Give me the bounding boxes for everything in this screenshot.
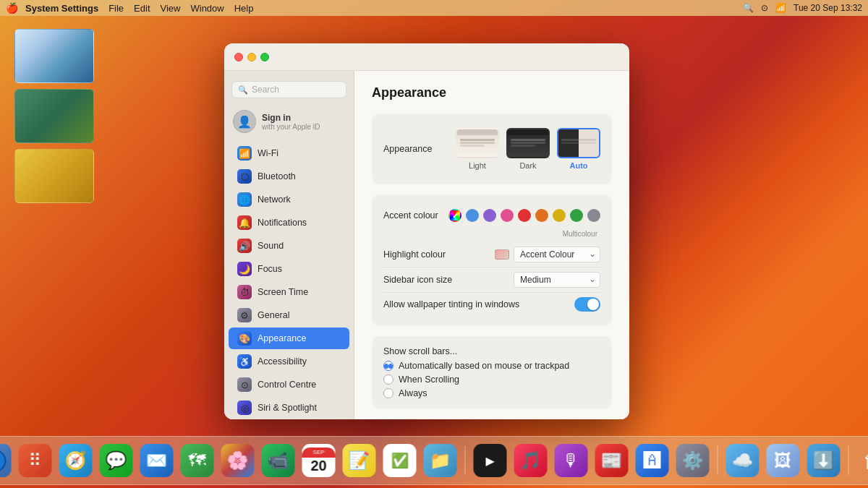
search-input[interactable] <box>252 85 340 95</box>
finder-icon: 🔵 <box>0 444 12 477</box>
cloud-icon: ☁️ <box>726 444 760 477</box>
wallpaper-tinting-label: Allow wallpaper tinting in windows <box>383 299 519 309</box>
dock-notes[interactable]: 📝 <box>341 442 378 479</box>
scroll-auto-option[interactable]: Automatically based on mouse or trackpad <box>383 361 600 371</box>
menubar-app-name[interactable]: System Settings <box>25 3 98 14</box>
menubar-edit[interactable]: Edit <box>134 3 150 14</box>
close-button[interactable] <box>234 53 243 61</box>
dock-maps[interactable]: 🗺 <box>179 442 216 479</box>
appearance-light[interactable]: Light <box>456 128 499 170</box>
wallpaper-tinting-toggle[interactable] <box>574 297 600 312</box>
scroll-scrolling-option[interactable]: When Scrolling <box>383 374 600 385</box>
sidebar-item-network[interactable]: 🌐 Network <box>229 189 349 210</box>
general-icon: ⚙ <box>237 308 252 322</box>
accent-section: Accent colour <box>372 194 612 326</box>
user-sub: with your Apple ID <box>262 123 320 131</box>
scroll-bars-options: Automatically based on mouse or trackpad… <box>383 361 600 398</box>
dock-podcasts[interactable]: 🎙 <box>553 442 590 479</box>
settings-icon: ⚙️ <box>676 444 710 477</box>
appstore-icon: 🅰 <box>636 444 669 477</box>
dock-appletv[interactable]: ▶ <box>472 442 509 479</box>
menubar-help[interactable]: Help <box>234 3 254 14</box>
scroll-always-option[interactable]: Always <box>383 388 600 398</box>
dock-reminders[interactable]: ✅ <box>381 442 419 479</box>
sidebar-icon-size-wrapper[interactable]: Medium <box>514 272 600 288</box>
desktop-thumb-2[interactable] <box>14 89 94 143</box>
scroll-always-radio[interactable] <box>383 388 393 398</box>
menubar-window[interactable]: Window <box>190 3 224 14</box>
dock-calendar[interactable]: SEP 20 <box>300 442 338 479</box>
highlight-colour-select[interactable]: Accent Colour <box>514 247 600 262</box>
appearance-section: Appearance Light <box>372 114 612 184</box>
dock-facetime[interactable]: 📹 <box>260 442 297 479</box>
facetime-icon: 📹 <box>262 444 295 477</box>
sidebar-item-general[interactable]: ⚙ General <box>229 304 349 326</box>
accent-orange[interactable] <box>535 209 548 222</box>
sidebar-item-appearance[interactable]: 🎨 Appearance <box>229 328 349 349</box>
dock-music[interactable]: 🎵 <box>512 442 550 479</box>
menubar-view[interactable]: View <box>161 3 181 14</box>
accent-multicolour[interactable] <box>448 209 461 222</box>
desktop-thumb-3[interactable] <box>14 149 94 203</box>
sidebar-item-screentime[interactable]: ⏱ Screen Time <box>229 281 349 303</box>
sidebar-label-siri: Siri & Spotlight <box>258 403 317 413</box>
appearance-auto[interactable]: Auto <box>557 128 600 170</box>
sidebar-item-notifications[interactable]: 🔔 Notifications <box>229 212 349 234</box>
controlcenter-icon[interactable]: ⊙ <box>761 3 768 13</box>
dock-download[interactable]: ⬇️ <box>805 442 843 479</box>
appletv-icon: ▶ <box>474 444 507 477</box>
dock-preview[interactable]: 🖼 <box>765 442 802 479</box>
sidebar-item-wifi[interactable]: 📶 Wi-Fi <box>229 142 349 164</box>
dock-safari[interactable]: 🧭 <box>57 442 95 479</box>
accent-pink[interactable] <box>501 209 514 222</box>
desktop-thumbnails <box>14 29 94 203</box>
accent-purple[interactable] <box>483 209 496 222</box>
sidebar-item-accessibility[interactable]: ♿ Accessibility <box>229 351 349 372</box>
user-profile[interactable]: 👤 Sign in with your Apple ID <box>224 106 354 137</box>
search-box[interactable]: 🔍 <box>231 81 346 98</box>
sidebar-item-bluetooth[interactable]: ⬡ Bluetooth <box>229 166 349 187</box>
accent-red[interactable] <box>518 209 531 222</box>
dock-news[interactable]: 📰 <box>593 442 631 479</box>
sidebar-item-controlcenter[interactable]: ⊙ Control Centre <box>229 374 349 395</box>
dock-settings[interactable]: ⚙️ <box>674 442 712 479</box>
sidebar-label-controlcenter: Control Centre <box>258 380 316 390</box>
search-icon[interactable]: 🔍 <box>743 3 754 13</box>
highlight-colour-control[interactable]: Accent Colour <box>495 247 600 262</box>
desktop-thumb-1[interactable] <box>14 29 94 83</box>
sidebar-icon-size-select[interactable]: Medium <box>514 272 600 288</box>
traffic-lights <box>234 53 269 61</box>
dock-separator-3 <box>848 446 849 475</box>
messages-icon: 💬 <box>100 444 133 477</box>
minimize-button[interactable] <box>247 53 256 61</box>
wifi-status-icon[interactable]: 📶 <box>775 3 786 13</box>
dock-finder[interactable]: 🔵 <box>0 442 14 479</box>
dock-trash[interactable]: 🗑 <box>855 442 869 479</box>
dock-photos[interactable]: 🌸 <box>219 442 257 479</box>
sidebar-item-focus[interactable]: 🌙 Focus <box>229 258 349 280</box>
wallpaper-tinting-control[interactable] <box>574 297 600 312</box>
dock-mail[interactable]: ✉️ <box>138 442 176 479</box>
dock-messages[interactable]: 💬 <box>98 442 135 479</box>
dock-cloud[interactable]: ☁️ <box>724 442 762 479</box>
sidebar-icon-size-control[interactable]: Medium <box>514 272 600 288</box>
apple-menu[interactable]: 🍎 <box>6 2 18 14</box>
maximize-button[interactable] <box>260 53 269 61</box>
scroll-scrolling-radio[interactable] <box>383 374 393 385</box>
accent-graphite[interactable] <box>587 209 600 222</box>
menubar-file[interactable]: File <box>109 3 124 14</box>
dock-files[interactable]: 📁 <box>422 442 459 479</box>
sound-icon: 🔊 <box>237 239 252 253</box>
highlight-dropdown-wrapper[interactable]: Accent Colour <box>514 247 600 262</box>
accent-green[interactable] <box>570 209 583 222</box>
accent-yellow[interactable] <box>553 209 566 222</box>
dock-appstore[interactable]: 🅰 <box>634 442 671 479</box>
sidebar-label-accessibility: Accessibility <box>258 356 307 367</box>
dock-launchpad[interactable]: ⠿ <box>17 442 54 479</box>
sidebar-item-sound[interactable]: 🔊 Sound <box>229 235 349 257</box>
scroll-auto-radio[interactable] <box>383 361 393 371</box>
accent-blue[interactable] <box>466 209 479 222</box>
scroll-always-label: Always <box>399 388 427 398</box>
appearance-dark[interactable]: Dark <box>506 128 550 170</box>
sidebar-item-siri[interactable]: ◎ Siri & Spotlight <box>229 397 349 419</box>
